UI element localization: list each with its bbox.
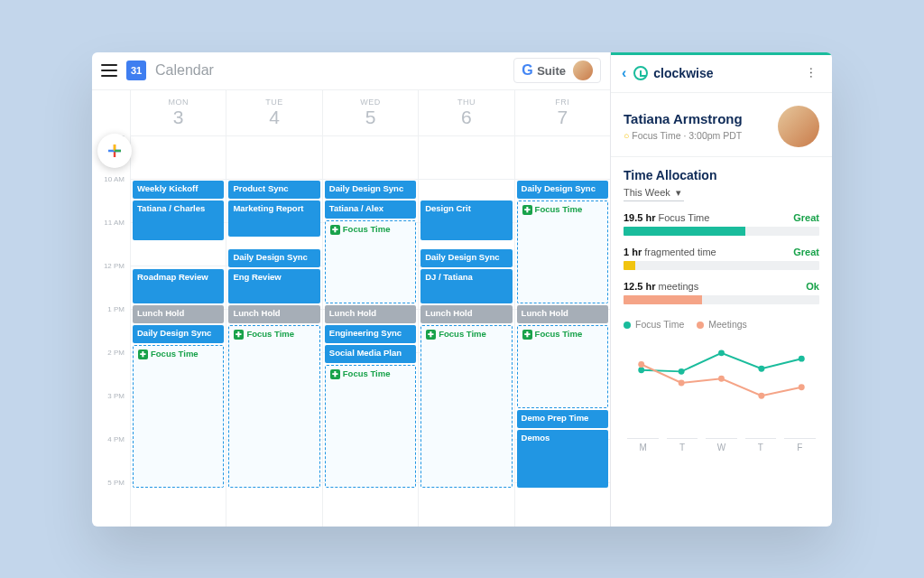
chevron-down-icon: ▾: [676, 187, 681, 199]
user-avatar[interactable]: [778, 106, 819, 147]
calendar-event[interactable]: Eng Review: [228, 269, 319, 303]
calendar-grid[interactable]: 9 AM10 AM11 AM12 PM1 PM2 PM3 PM4 PM5 PM …: [92, 135, 610, 527]
hour-label: 12 PM: [104, 261, 125, 269]
hour-label: 4 PM: [107, 434, 125, 443]
section-title: Time Allocation: [624, 168, 819, 182]
calendar-event[interactable]: Marketing Report: [228, 200, 319, 237]
hamburger-icon[interactable]: [101, 64, 117, 77]
hour-label: 10 AM: [104, 174, 125, 182]
focus-time-block[interactable]: Focus Time: [517, 325, 608, 408]
svg-point-8: [758, 392, 764, 398]
focus-time-block[interactable]: Focus Time: [420, 325, 512, 488]
user-name: Tatiana Armstrong: [624, 111, 769, 126]
svg-point-0: [638, 367, 644, 373]
gsuite-switcher[interactable]: G Suite: [513, 58, 601, 83]
day-header[interactable]: WED5: [322, 90, 418, 135]
calendar-event[interactable]: Lunch Hold: [228, 305, 319, 323]
hour-label: 11 AM: [104, 218, 125, 226]
user-status: ○ Focus Time · 3:00pm PDT: [624, 130, 769, 141]
profile-block: Tatiana Armstrong ○ Focus Time · 3:00pm …: [611, 93, 832, 157]
svg-point-7: [718, 375, 725, 381]
calendar-event[interactable]: Demo Prep Time: [517, 410, 608, 428]
chart-legend: Focus Time Meetings: [624, 319, 819, 330]
svg-point-1: [679, 368, 685, 374]
calendar-event[interactable]: Product Sync: [228, 181, 319, 199]
clock-icon: [633, 66, 648, 80]
calendar-event[interactable]: Engineering Sync: [325, 325, 416, 343]
day-column[interactable]: Daily Design SyncFocus TimeLunch HoldFoc…: [514, 135, 610, 527]
calendar-body: MON3TUE4WED5THU6FRI7 9 AM10 AM11 AM12 PM…: [92, 90, 610, 527]
calendar-event[interactable]: Lunch Hold: [325, 305, 416, 323]
create-event-fab[interactable]: [97, 134, 132, 168]
allocation-row: 1 hr fragmented timeGreat: [624, 247, 819, 270]
day-header[interactable]: MON3: [130, 90, 226, 135]
day-header[interactable]: FRI7: [514, 90, 610, 135]
calendar-event[interactable]: Demos: [517, 430, 608, 488]
day-column[interactable]: Product SyncMarketing ReportDaily Design…: [226, 135, 321, 527]
day-header[interactable]: THU6: [418, 90, 513, 135]
time-gutter: 9 AM10 AM11 AM12 PM1 PM2 PM3 PM4 PM5 PM: [92, 135, 130, 527]
app-title: Calendar: [155, 62, 214, 79]
calendar-event[interactable]: Lunch Hold: [517, 305, 608, 323]
calendar-event[interactable]: Tatiana / Alex: [325, 200, 416, 219]
calendar-event[interactable]: Weekly Kickoff: [133, 181, 224, 199]
day-header-row: MON3TUE4WED5THU6FRI7: [92, 90, 610, 135]
clockwise-pane: ‹ clockwise … Tatiana Armstrong ○ Focus …: [611, 52, 832, 527]
trend-chart: [624, 333, 819, 433]
clockwise-logo: clockwise: [633, 66, 713, 80]
calendar-topbar: 31 Calendar G Suite: [92, 52, 610, 90]
range-picker[interactable]: This Week ▾: [624, 186, 684, 201]
focus-time-block[interactable]: Focus Time: [325, 220, 416, 303]
calendar-pane: 31 Calendar G Suite MON3TUE4WED5THU6FRI7…: [92, 52, 611, 527]
calendar-event[interactable]: Lunch Hold: [420, 305, 512, 323]
calendar-event[interactable]: Daily Design Sync: [228, 249, 319, 267]
svg-point-5: [638, 361, 644, 368]
calendar-event[interactable]: Design Crit: [420, 200, 512, 240]
calendar-event[interactable]: Daily Design Sync: [133, 325, 224, 343]
day-column[interactable]: Weekly KickoffTatiana / CharlesRoadmap R…: [130, 135, 226, 527]
calendar-event[interactable]: Social Media Plan: [325, 345, 416, 363]
allocation-row: 19.5 hr Focus TimeGreat: [624, 212, 819, 236]
calendar-event[interactable]: Tatiana / Charles: [133, 200, 224, 240]
chart-axis: MTWTF: [624, 438, 819, 452]
day-header[interactable]: TUE4: [226, 90, 321, 135]
back-chevron-icon[interactable]: ‹: [622, 65, 626, 81]
calendar-event[interactable]: Daily Design Sync: [325, 181, 416, 199]
focus-time-block[interactable]: Focus Time: [228, 325, 319, 488]
allocation-row: 12.5 hr meetingsOk: [624, 281, 819, 304]
day-column[interactable]: Design CritDaily Design SyncDJ / Tatiana…: [418, 135, 513, 527]
svg-point-2: [718, 350, 725, 356]
focus-time-block[interactable]: Focus Time: [517, 200, 608, 303]
calendar-event[interactable]: Roadmap Review: [133, 269, 224, 303]
calendar-event[interactable]: Daily Design Sync: [420, 249, 512, 267]
svg-point-3: [758, 365, 764, 371]
svg-point-6: [679, 379, 685, 386]
hour-label: 2 PM: [107, 348, 125, 356]
hour-label: 3 PM: [107, 391, 125, 399]
app-window: 31 Calendar G Suite MON3TUE4WED5THU6FRI7…: [92, 52, 832, 527]
hour-label: 5 PM: [107, 478, 125, 486]
calendar-event[interactable]: Lunch Hold: [133, 305, 224, 323]
day-column[interactable]: Daily Design SyncTatiana / AlexFocus Tim…: [322, 135, 418, 527]
avatar[interactable]: [573, 61, 593, 80]
kebab-menu-icon[interactable]: …: [808, 67, 822, 80]
svg-point-4: [799, 355, 805, 361]
focus-time-block[interactable]: Focus Time: [133, 345, 224, 488]
focus-time-block[interactable]: Focus Time: [325, 365, 416, 488]
calendar-event[interactable]: Daily Design Sync: [517, 181, 608, 199]
time-allocation-section: Time Allocation This Week ▾ 19.5 hr Focu…: [611, 157, 832, 452]
svg-point-9: [799, 384, 805, 390]
hour-label: 1 PM: [107, 304, 125, 312]
calendar-event[interactable]: DJ / Tatiana: [420, 269, 512, 303]
gcal-icon: 31: [126, 61, 146, 80]
clockwise-topbar: ‹ clockwise …: [611, 55, 832, 93]
